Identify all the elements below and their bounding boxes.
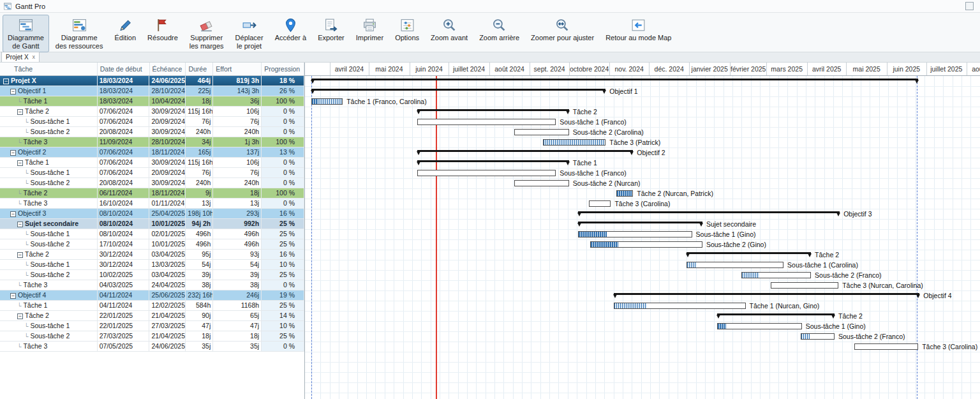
collapse-icon[interactable]: − [3,79,9,84]
task-bar[interactable] [417,170,556,176]
collapse-icon[interactable]: − [17,160,23,166]
table-row[interactable]: └Tâche 316/10/202401/11/202413j13j0 % [0,199,304,209]
summary-bar[interactable] [578,222,702,223]
task-bar[interactable] [589,200,611,207]
task-bar[interactable] [543,139,605,146]
task-bar[interactable] [590,241,702,248]
summary-bar[interactable] [687,252,811,254]
resolve-button[interactable]: Résoudre [142,15,183,44]
collapse-icon[interactable]: − [10,211,16,217]
collapse-icon[interactable]: − [10,293,16,299]
remove-margins-button[interactable]: Supprimerles marges [184,15,229,52]
edit-button[interactable]: Édition [109,15,141,44]
progress-cell: 14 % [262,311,304,320]
options-button[interactable]: Options [390,15,424,44]
summary-bar[interactable] [614,293,920,295]
zoom-in-button[interactable]: Zoom avant [426,15,473,44]
summary-bar[interactable] [417,109,569,111]
table-row[interactable]: └Sous-tâche 108/10/202402/01/2025496h496… [0,229,304,239]
table-row[interactable]: −Tâche 107/06/202430/09/2024115j 16h106j… [0,158,304,168]
task-bar[interactable] [614,303,746,309]
table-row[interactable]: └Tâche 206/11/202418/11/20249j18j100 % [0,188,304,199]
table-row[interactable]: −Objectif 404/11/202425/06/2025232j 16h2… [0,290,304,301]
duration-cell: 18j [186,96,213,106]
due-date-cell: 24/06/2025 [149,76,186,86]
summary-bar[interactable] [417,150,633,152]
effort-cell: 106j [213,158,262,167]
table-row[interactable]: └Tâche 104/11/202412/02/2025584h1168h25 … [0,301,304,311]
resource-view-button[interactable]: Diagrammedes ressources [50,15,108,52]
print-button[interactable]: Imprimer [351,15,389,44]
column-header-1[interactable]: Date de début [98,63,150,75]
tab-close-icon[interactable]: x [33,54,36,60]
effort-cell: 54j [213,260,262,269]
summary-bar[interactable] [717,313,835,315]
toolbar-button-label: les marges [189,42,224,50]
map-mode-button[interactable]: Retour au mode Map [600,15,676,44]
summary-bar[interactable] [417,160,569,162]
column-header-2[interactable]: Échéance [150,63,186,75]
window-control-button[interactable] [965,2,974,10]
table-row[interactable]: └Tâche 307/05/202524/06/202535j35j0 % [0,342,304,352]
task-bar[interactable] [616,190,634,197]
task-bar[interactable] [717,323,802,329]
task-bar[interactable] [854,343,918,350]
project-summary-bar[interactable] [311,79,918,80]
task-bar[interactable] [514,180,569,186]
column-header-3[interactable]: Durée [186,63,213,75]
table-row[interactable]: └Sous-tâche 210/02/202503/04/202539j39j2… [0,270,304,280]
table-row[interactable]: −Objectif 118/03/202428/10/2024225j143j … [0,86,304,96]
table-row[interactable]: −Tâche 222/01/202521/04/202590j65j14 % [0,311,304,321]
collapse-icon[interactable]: − [17,222,23,227]
task-bar[interactable] [514,129,569,135]
collapse-icon[interactable]: − [17,313,23,319]
column-header-5[interactable]: Progression [262,63,304,75]
progress-cell: 26 % [262,86,304,96]
task-bar[interactable] [578,231,692,237]
table-row[interactable]: −Objectif 308/10/202425/04/2025198j 10h2… [0,209,304,219]
task-bar[interactable] [801,333,835,340]
tree-branch-icon: └ [24,272,28,278]
table-row[interactable]: └Sous-tâche 130/12/202413/03/202554j54j1… [0,260,304,270]
column-header-0[interactable]: Tâche [0,63,98,75]
table-row[interactable]: −Tâche 207/06/202430/09/2024115j 16h106j… [0,107,304,117]
column-header-4[interactable]: Effort [213,63,262,75]
table-row[interactable]: └Tâche 118/03/202410/04/202418j36j100 % [0,96,304,107]
table-row[interactable]: └Sous-tâche 227/03/202521/04/202518j18j2… [0,331,304,342]
task-bar[interactable] [311,98,343,105]
collapse-icon[interactable]: − [17,252,23,258]
collapse-icon[interactable]: − [10,150,16,156]
row-gridline [305,239,980,240]
export-button[interactable]: Exporter [313,15,350,44]
go-to-button[interactable]: Accéder à [270,15,312,44]
table-row[interactable]: −Projet X18/03/202424/06/2025464j819j 3h… [0,76,304,86]
zoom-out-button[interactable]: Zoom arrière [474,15,524,44]
collapse-icon[interactable]: − [10,89,16,94]
tab-projet-x[interactable]: Projet X x [1,52,40,62]
move-project-button[interactable]: Déplacerle projet [230,15,269,52]
table-row[interactable]: └Sous-tâche 107/06/202420/09/202476j76j0… [0,168,304,178]
table-row[interactable]: └Sous-tâche 122/01/202527/03/202547j47j1… [0,321,304,331]
table-row[interactable]: −Objectif 207/06/202418/11/2024165j137j1… [0,147,304,158]
table-row[interactable]: −Sujet secondaire08/10/202410/01/202594j… [0,219,304,229]
table-row[interactable]: └Sous-tâche 220/08/202430/09/2024240h240… [0,127,304,137]
table-row[interactable]: −Tâche 230/12/202403/04/202595j93j16 % [0,250,304,260]
summary-bar[interactable] [578,211,840,213]
table-row[interactable]: └Sous-tâche 107/06/202420/09/202476j76j0… [0,117,304,127]
table-row[interactable]: └Tâche 304/03/202524/04/202538j38j0 % [0,280,304,290]
tree-branch-icon: └ [24,119,28,125]
gantt-view-button[interactable]: Diagrammede Gantt [3,15,49,52]
table-row[interactable]: └Sous-tâche 220/08/202430/09/2024240h240… [0,178,304,188]
task-bar[interactable] [741,272,811,278]
task-bar[interactable] [687,262,783,268]
collapse-icon[interactable]: − [17,109,23,115]
table-row[interactable]: └Tâche 311/09/202428/10/202434j1j 3h100 … [0,137,304,147]
bar-label: Tâche 3 (Carolina) [922,342,977,352]
task-bar[interactable] [771,282,839,289]
due-date-cell: 28/10/2024 [149,137,186,147]
zoom-fit-button[interactable]: Zoomer pour ajuster [526,15,599,44]
table-row[interactable]: └Sous-tâche 217/10/202410/01/2025496h496… [0,239,304,250]
duration-cell: 76j [186,168,213,177]
summary-bar[interactable] [311,89,605,91]
task-bar[interactable] [417,119,556,125]
